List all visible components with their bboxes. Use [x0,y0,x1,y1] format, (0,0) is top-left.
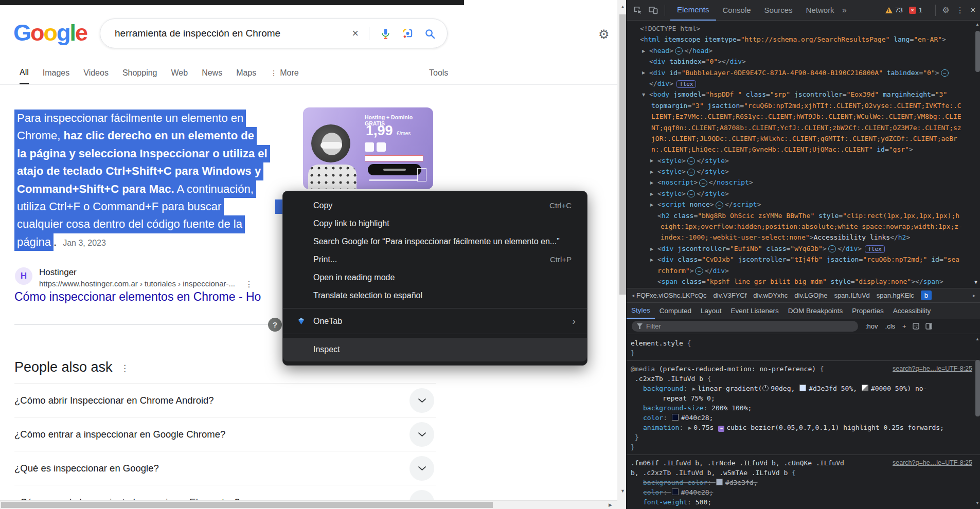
dom-tree-line[interactable]: n:.CLIENT;LhiQec:.CLIENT;GvneHb:.CLIENT;… [627,144,980,155]
dom-tree-line[interactable]: ▶<div class="CvDJxb" jscontroller="tIj4f… [627,254,980,265]
new-rule-button[interactable]: + [902,322,906,330]
nav-tab-all[interactable]: All [20,62,29,84]
rendering-emulation-icon[interactable] [913,323,919,330]
nav-tab-videos[interactable]: Videos [83,62,109,84]
paa-question-row[interactable]: ¿Qué es inspeccionar en Google? [14,451,436,485]
dom-tree-line[interactable]: ▶<style>…</style> [627,166,980,177]
hov-toggle[interactable]: :hov [865,322,878,330]
nav-tab-web[interactable]: Web [171,62,188,84]
google-logo[interactable]: Google [13,20,87,46]
about-result-icon[interactable]: ? [268,318,282,332]
devtools-tab-console[interactable]: Console [716,0,758,21]
dom-tree-line[interactable]: jOR:.CLIENT;JL9QDc:.CLIENT;kWlxhc:.CLIEN… [627,133,980,144]
breadcrumb-item[interactable]: div.LGOjhe [794,292,827,299]
dom-tree-line[interactable]: LIENT;Ez7VMc:.CLIENT;R6S1yc:.CLIENT;hWT9… [627,111,980,122]
devtools-tab-sources[interactable]: Sources [758,0,799,21]
css-line[interactable]: .c2xzTb .ILfuVd b { [627,374,980,384]
styles-scroll-up-arrow[interactable]: ▲ [975,337,979,341]
tree-scroll-up-arrow[interactable]: ▲ [975,22,979,27]
stylesheet-source-link[interactable]: search?q=he…ie=UTF-8:25 [893,458,972,468]
sidebar-tab-accessibility[interactable]: Accessibility [888,303,936,319]
dom-tree-line[interactable]: topmargin="3" jsaction="rcuQ6b:npT2md;xj… [627,100,980,111]
nav-tab-images[interactable]: Images [43,62,69,84]
tree-scroll-thumb[interactable] [975,31,980,72]
css-line[interactable]: element.style { [627,338,980,348]
breadcrumb-item[interactable]: span.ILfuVd [834,292,869,299]
menu-item-open-in-reading-mode[interactable]: Open in reading mode [283,268,587,286]
css-line[interactable]: background-size: 200% 100%; [627,403,980,413]
sidebar-panel-icon[interactable] [925,323,932,330]
dom-tree-line[interactable]: NT;qqf0n:.CLIENT;A8708b:.CLIENT;YcfJ:.CL… [627,122,980,133]
lens-icon[interactable] [402,28,414,40]
search-input[interactable]: herramienta de inspección en Chrome [115,28,342,39]
paa-question-row[interactable]: ¿Cómo entrar a inspeccionar en Google Ch… [14,417,436,451]
css-line[interactable]: } [627,348,980,358]
sidebar-tab-event-listeners[interactable]: Event Listeners [726,303,783,319]
search-box[interactable]: herramienta de inspección en Chrome × [100,19,448,48]
devtools-close-icon[interactable]: × [971,6,975,15]
paa-question-row[interactable]: ¿Cómo abrir Inspeccionar en Chrome Andro… [14,383,436,417]
result-thumbnail[interactable]: Hosting + Dominio GRATIS 1,99 €/mes [303,107,433,189]
dom-tree-line[interactable]: ▶<style>…</style> [627,188,980,199]
more-tabs-button[interactable]: » [842,6,847,15]
chevron-down-icon[interactable] [409,456,434,481]
dom-tree-line[interactable]: ▶<div id="BubbleLayer-0DE9E47C-871A-4F90… [627,67,980,78]
css-line[interactable]: color: #040c28; [627,487,980,497]
sidebar-tab-dom-breakpoints[interactable]: DOM Breakpoints [783,303,848,319]
sidebar-tab-layout[interactable]: Layout [696,303,726,319]
result-kebab-icon[interactable]: ⋮ [245,279,253,289]
dom-tree-line[interactable]: ▶<head>…</head> [627,45,980,56]
menu-item-print[interactable]: Print...Ctrl+P [283,250,587,268]
css-line[interactable]: .fm06If .ILfuVd b, .trNcde .ILfuVd b, .c… [627,458,980,468]
devtools-tab-elements[interactable]: Elements [670,0,716,21]
menu-item-translate-selection-to-espa-ol[interactable]: Translate selection to español [283,286,587,304]
error-count[interactable]: 1 [919,6,923,14]
styles-scroll-down-arrow[interactable]: ▼ [975,501,979,505]
nav-tab-news[interactable]: News [202,62,222,84]
nav-tab-shopping[interactable]: Shopping [122,62,157,84]
hscroll-right-arrow[interactable]: ▶ [609,502,612,507]
mic-icon[interactable] [380,28,391,40]
dom-tree-line[interactable]: <div tabindex="0"></div> [627,56,980,67]
dom-tree-line[interactable]: </div>flex [627,78,980,89]
breadcrumb-item-selected[interactable]: b [921,290,932,300]
css-line[interactable]: @media (prefers-reduced-motion: no-prefe… [627,364,980,374]
menu-item-search-google-for-para-inspecc[interactable]: Search Google for “Para inspeccionar fác… [283,232,587,250]
dom-tree-line[interactable]: ▶<style>…</style> [627,155,980,166]
warning-count[interactable]: 73 [895,6,903,14]
dom-tree-line[interactable]: eight:1px;overflow:hidden;position:absol… [627,221,980,232]
css-line[interactable]: } [627,442,980,452]
styles-scroll-thumb[interactable] [975,360,980,416]
paa-kebab-icon[interactable]: ⋮ [120,363,129,374]
chevron-down-icon[interactable] [409,388,434,413]
devtools-tab-network[interactable]: Network [799,0,841,21]
error-icon[interactable]: ✕ [909,7,916,14]
devtools-kebab-icon[interactable]: ⋮ [956,6,964,15]
css-line[interactable]: background-color: #d3e3fd; [627,478,980,487]
css-line[interactable]: animation: ▶0.75s ~cubic-bezier(0.05,0.7… [627,423,980,432]
menu-item-copy-link-to-highlight[interactable]: Copy link to highlight [283,214,587,232]
inspect-element-icon[interactable] [633,6,642,14]
css-line[interactable]: b, .c2xzTb .ILfuVd b, .w5mTAe .ILfuVd b … [627,468,980,478]
dom-tree-line[interactable]: ▶<div jscontroller="EufiNb" class="wYq63… [627,243,980,254]
dom-tree-line[interactable]: <html itemscope itemtype="http://schema.… [627,34,980,45]
nav-tab-maps[interactable]: Maps [236,62,256,84]
settings-gear-icon[interactable]: ⚙ [598,27,610,42]
dom-tree-line[interactable]: <h2 class="bNg8Rb OhScic zsYMMe BBwThe" … [627,210,980,221]
menu-item-onetab[interactable]: OneTab› [283,312,587,330]
vscroll-thumb[interactable] [619,14,626,295]
dom-tree-line[interactable]: ▶<noscript>…</noscript> [627,177,980,188]
hscroll-thumb[interactable] [1,502,493,508]
sidebar-tab-computed[interactable]: Computed [655,303,696,319]
tools-button[interactable]: Tools [429,62,448,84]
css-line[interactable]: color: #040c28; [627,413,980,423]
breadcrumb-item[interactable]: FQFxe.viOShc.LKPcQc [636,292,707,299]
chevron-down-icon[interactable] [409,422,434,447]
css-line[interactable]: } [627,507,980,509]
menu-item-inspect[interactable]: Inspect [283,338,587,361]
dom-tree-line[interactable]: ▶<script nonce>…</script> [627,199,980,210]
css-line[interactable]: font-weight: 500; [627,497,980,507]
filter-input[interactable]: Filter [632,321,858,332]
dom-tree-line[interactable]: <span class="kpshf line gsr bilit big md… [627,276,980,287]
dom-tree-line[interactable]: <!DOCTYPE html> [627,23,980,34]
